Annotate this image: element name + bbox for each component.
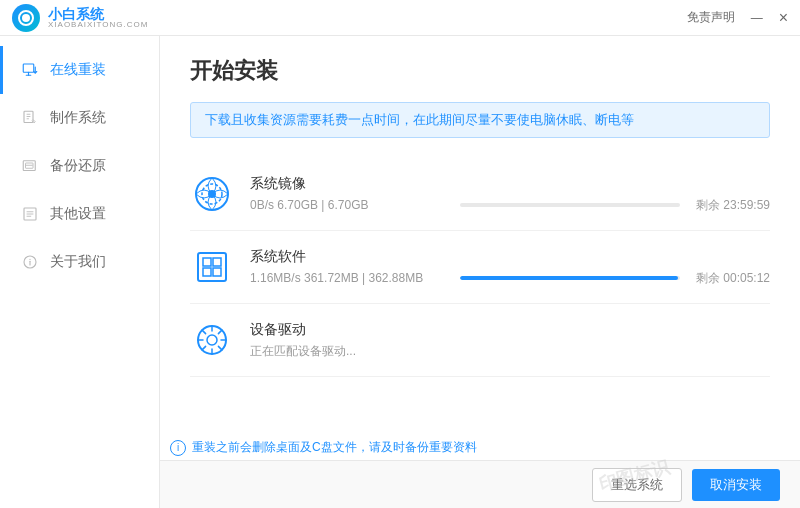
system-image-speed: 0B/s 6.70GB | 6.70GB bbox=[250, 198, 450, 212]
system-software-speed: 1.16MB/s 361.72MB | 362.88MB bbox=[250, 271, 450, 285]
footer-notice-text: 重装之前会删除桌面及C盘文件，请及时备份重要资料 bbox=[192, 439, 477, 456]
sidebar-label-about-us: 关于我们 bbox=[50, 253, 106, 271]
svg-rect-0 bbox=[23, 64, 34, 72]
content-area: 开始安装 下载且收集资源需要耗费一点时间，在此期间尽量不要使电脑休眠、断电等 bbox=[160, 36, 800, 508]
sidebar-item-about-us[interactable]: 关于我们 bbox=[0, 238, 159, 286]
download-item-device-driver: 设备驱动 正在匹配设备驱动... bbox=[190, 304, 770, 377]
system-image-info: 系统镜像 0B/s 6.70GB | 6.70GB 剩余 23:59:59 bbox=[250, 175, 770, 214]
system-software-icon bbox=[190, 245, 234, 289]
system-image-remaining: 剩余 23:59:59 bbox=[690, 197, 770, 214]
top-notice: 下载且收集资源需要耗费一点时间，在此期间尽量不要使电脑休眠、断电等 bbox=[190, 102, 770, 138]
system-software-progress-row: 1.16MB/s 361.72MB | 362.88MB 剩余 00:05:12 bbox=[250, 270, 770, 287]
backup-restore-icon bbox=[20, 156, 40, 176]
svg-rect-11 bbox=[203, 258, 211, 266]
cancel-install-button[interactable]: 取消安装 bbox=[692, 469, 780, 501]
info-icon: i bbox=[170, 440, 186, 456]
sidebar-item-online-reinstall[interactable]: 在线重装 bbox=[0, 46, 159, 94]
sidebar-item-make-system[interactable]: 制作系统 bbox=[0, 94, 159, 142]
svg-point-6 bbox=[29, 259, 30, 260]
system-image-title: 系统镜像 bbox=[250, 175, 770, 193]
logo-icon bbox=[12, 4, 40, 32]
device-driver-icon bbox=[190, 318, 234, 362]
brand-sub: XIAOBAIXITONG.COM bbox=[48, 21, 148, 29]
page-title: 开始安装 bbox=[190, 56, 770, 86]
svg-point-16 bbox=[207, 335, 217, 345]
download-item-system-image: 系统镜像 0B/s 6.70GB | 6.70GB 剩余 23:59:59 bbox=[190, 158, 770, 231]
download-list: 系统镜像 0B/s 6.70GB | 6.70GB 剩余 23:59:59 bbox=[190, 158, 770, 377]
download-item-system-software: 系统软件 1.16MB/s 361.72MB | 362.88MB 剩余 00:… bbox=[190, 231, 770, 304]
title-bar-controls: 免责声明 — × bbox=[687, 9, 788, 27]
system-image-progress-row: 0B/s 6.70GB | 6.70GB 剩余 23:59:59 bbox=[250, 197, 770, 214]
bottom-bar: 重选系统 取消安装 bbox=[160, 460, 800, 508]
brand-name: 小白系统 bbox=[48, 7, 148, 21]
brand-text: 小白系统 XIAOBAIXITONG.COM bbox=[48, 7, 148, 29]
footer-notice: i 重装之前会删除桌面及C盘文件，请及时备份重要资料 bbox=[170, 439, 780, 456]
system-software-title: 系统软件 bbox=[250, 248, 770, 266]
sidebar-item-backup-restore[interactable]: 备份还原 bbox=[0, 142, 159, 190]
device-driver-title: 设备驱动 bbox=[250, 321, 770, 339]
system-software-remaining: 剩余 00:05:12 bbox=[690, 270, 770, 287]
sidebar: 在线重装 制作系统 备份还原 bbox=[0, 36, 160, 508]
sidebar-label-make-system: 制作系统 bbox=[50, 109, 106, 127]
online-reinstall-icon bbox=[20, 60, 40, 80]
svg-rect-12 bbox=[213, 258, 221, 266]
system-software-progress-bar bbox=[460, 276, 680, 280]
other-settings-icon bbox=[20, 204, 40, 224]
reselect-button[interactable]: 重选系统 bbox=[592, 468, 682, 502]
svg-rect-13 bbox=[203, 268, 211, 276]
brand-area: 小白系统 XIAOBAIXITONG.COM bbox=[12, 4, 148, 32]
sidebar-label-other-settings: 其他设置 bbox=[50, 205, 106, 223]
disclaimer-button[interactable]: 免责声明 bbox=[687, 9, 735, 26]
svg-rect-14 bbox=[213, 268, 221, 276]
system-image-icon bbox=[190, 172, 234, 216]
system-software-progress-fill bbox=[460, 276, 678, 280]
svg-rect-10 bbox=[198, 253, 226, 281]
sidebar-label-backup-restore: 备份还原 bbox=[50, 157, 106, 175]
title-bar: 小白系统 XIAOBAIXITONG.COM 免责声明 — × bbox=[0, 0, 800, 36]
close-button[interactable]: × bbox=[779, 9, 788, 27]
about-us-icon bbox=[20, 252, 40, 272]
sidebar-label-online-reinstall: 在线重装 bbox=[50, 61, 106, 79]
system-software-info: 系统软件 1.16MB/s 361.72MB | 362.88MB 剩余 00:… bbox=[250, 248, 770, 287]
make-system-icon bbox=[20, 108, 40, 128]
sidebar-item-other-settings[interactable]: 其他设置 bbox=[0, 190, 159, 238]
device-driver-status: 正在匹配设备驱动... bbox=[250, 343, 770, 360]
main-layout: 在线重装 制作系统 备份还原 bbox=[0, 36, 800, 508]
system-image-progress-bar bbox=[460, 203, 680, 207]
device-driver-info: 设备驱动 正在匹配设备驱动... bbox=[250, 321, 770, 360]
minimize-button[interactable]: — bbox=[751, 11, 763, 25]
